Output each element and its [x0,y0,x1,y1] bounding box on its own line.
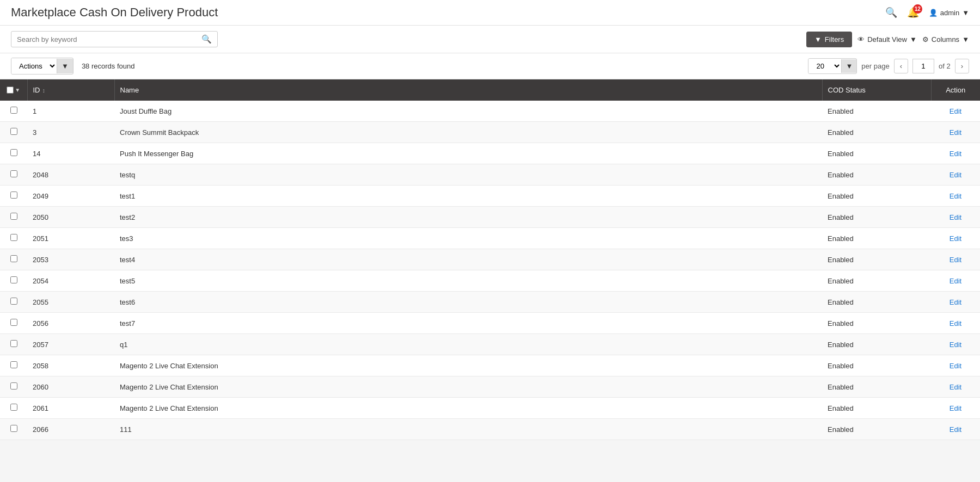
edit-link[interactable]: Edit [950,298,961,306]
row-checkbox[interactable] [10,340,17,347]
row-name: Magento 2 Live Chat Extension [114,376,822,398]
row-cod-status: Enabled [822,313,931,334]
filter-icon: ▼ [814,35,822,44]
chevron-down-icon-view: ▼ [910,35,917,44]
row-checkbox[interactable] [10,319,17,326]
edit-link[interactable]: Edit [950,319,961,327]
row-action-cell: Edit [931,398,980,419]
edit-link[interactable]: Edit [950,213,961,221]
edit-link[interactable]: Edit [950,362,961,370]
user-icon: 👤 [929,9,938,17]
row-action-cell: Edit [931,249,980,270]
actions-dropdown-arrow[interactable]: ▼ [57,59,73,73]
per-page-dropdown-arrow[interactable]: ▼ [841,59,856,73]
edit-link[interactable]: Edit [950,425,961,434]
select-all-checkbox[interactable] [7,86,14,94]
row-name: Magento 2 Live Chat Extension [114,355,822,376]
edit-link[interactable]: Edit [950,234,961,243]
columns-button[interactable]: ⚙ Columns ▼ [922,35,969,44]
table-row: 2060 Magento 2 Live Chat Extension Enabl… [0,376,980,398]
row-checkbox[interactable] [10,149,17,156]
row-checkbox-cell [0,122,27,143]
table-row: 2049 test1 Enabled Edit [0,186,980,207]
filters-button[interactable]: ▼ Filters [806,32,852,47]
search-submit-button[interactable]: 🔍 [201,34,212,44]
per-page-dropdown[interactable]: 20 [808,59,841,73]
row-checkbox[interactable] [10,404,17,411]
row-id: 2061 [27,398,114,419]
prev-page-button[interactable]: ‹ [894,59,908,73]
row-checkbox[interactable] [10,298,17,305]
global-search-button[interactable]: 🔍 [885,7,897,18]
row-id: 2050 [27,207,114,228]
row-id: 2054 [27,270,114,292]
row-checkbox[interactable] [10,170,17,177]
pagination: 20 ▼ per page ‹ of 2 › [808,58,969,74]
edit-link[interactable]: Edit [950,150,961,158]
row-checkbox[interactable] [10,107,17,114]
current-page-input[interactable] [912,59,934,73]
row-name: Magento 2 Live Chat Extension [114,398,822,419]
header-right: 🔍 🔔 12 👤 admin ▼ [885,7,969,18]
edit-link[interactable]: Edit [950,192,961,200]
row-cod-status: Enabled [822,228,931,249]
row-checkbox[interactable] [10,255,17,262]
edit-link[interactable]: Edit [950,341,961,349]
th-checkbox: ▼ [0,79,27,101]
chevron-down-icon: ▼ [962,9,969,17]
notifications-button[interactable]: 🔔 12 [907,7,919,18]
row-checkbox[interactable] [10,213,17,220]
edit-link[interactable]: Edit [950,171,961,179]
page-title: Marketplace Cash On Delivery Product [11,5,218,20]
th-name: Name [114,79,822,101]
default-view-button[interactable]: 👁 Default View ▼ [857,35,917,44]
row-checkbox-cell [0,143,27,164]
search-box: 🔍 [11,31,218,47]
id-column-label: ID [33,86,40,94]
row-checkbox[interactable] [10,128,17,135]
next-page-button[interactable]: › [955,59,969,73]
sort-icon-id: ↕ [42,87,46,94]
row-checkbox[interactable] [10,191,17,199]
row-action-cell: Edit [931,143,980,164]
edit-link[interactable]: Edit [950,256,961,264]
table-header-row: ▼ ID ↕ Name COD Status Action [0,79,980,101]
row-cod-status: Enabled [822,292,931,313]
search-input[interactable] [17,35,201,44]
row-name: test1 [114,186,822,207]
row-cod-status: Enabled [822,186,931,207]
checkbox-dropdown-arrow[interactable]: ▼ [15,87,20,93]
row-id: 2051 [27,228,114,249]
actions-dropdown[interactable]: Actions [11,58,57,74]
notification-badge: 12 [913,4,922,14]
table-row: 1 Joust Duffle Bag Enabled Edit [0,101,980,122]
table-row: 2058 Magento 2 Live Chat Extension Enabl… [0,355,980,376]
row-checkbox[interactable] [10,234,17,241]
edit-link[interactable]: Edit [950,383,961,391]
th-id[interactable]: ID ↕ [27,79,114,101]
row-checkbox-cell [0,334,27,355]
edit-link[interactable]: Edit [950,128,961,137]
row-action-cell: Edit [931,292,980,313]
edit-link[interactable]: Edit [950,404,961,412]
row-checkbox[interactable] [10,425,17,432]
row-checkbox-cell [0,164,27,186]
row-name: testq [114,164,822,186]
search-icon: 🔍 [885,7,897,18]
row-checkbox[interactable] [10,276,17,283]
search-toolbar: 🔍 ▼ Filters 👁 Default View ▼ ⚙ Columns ▼ [0,26,980,53]
row-checkbox[interactable] [10,382,17,390]
edit-link[interactable]: Edit [950,277,961,285]
row-cod-status: Enabled [822,164,931,186]
row-cod-status: Enabled [822,249,931,270]
row-id: 1 [27,101,114,122]
row-checkbox[interactable] [10,361,17,368]
edit-link[interactable]: Edit [950,107,961,115]
row-checkbox-cell [0,270,27,292]
records-count: 38 records found [82,62,135,70]
row-name: test7 [114,313,822,334]
row-action-cell: Edit [931,270,980,292]
user-menu-button[interactable]: 👤 admin ▼ [929,9,969,17]
row-id: 2049 [27,186,114,207]
row-name: q1 [114,334,822,355]
